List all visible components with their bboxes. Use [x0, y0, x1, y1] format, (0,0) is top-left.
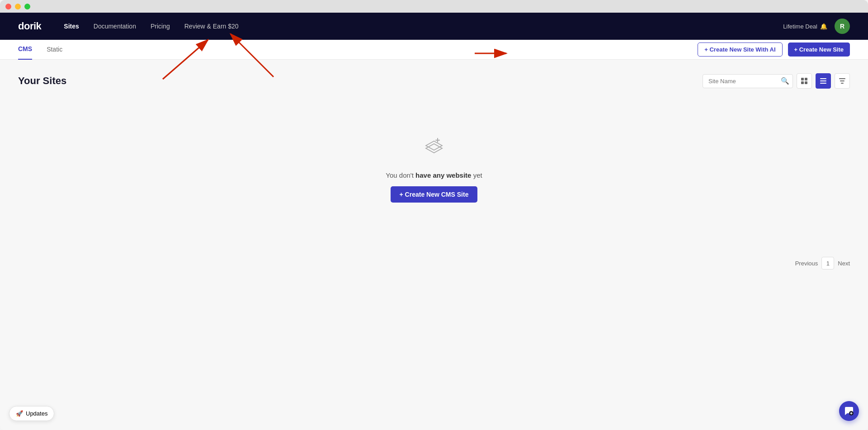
svg-rect-8 [840, 80, 844, 81]
list-view-button[interactable] [816, 73, 831, 89]
create-new-site-ai-button[interactable]: + Create New Site With AI [698, 43, 782, 57]
search-button[interactable]: 🔍 [781, 77, 789, 85]
search-icon: 🔍 [781, 77, 789, 85]
nav-link-sites[interactable]: Sites [64, 23, 79, 30]
pagination: Previous 1 Next [18, 257, 850, 269]
next-page-link[interactable]: Next [838, 260, 850, 267]
svg-rect-1 [805, 78, 807, 80]
chat-widget[interactable] [839, 401, 859, 421]
grid-icon [801, 77, 808, 85]
minimize-button[interactable] [15, 4, 21, 9]
rocket-icon: 🚀 [16, 410, 23, 417]
nav-link-review[interactable]: Review & Earn $20 [184, 23, 239, 30]
nav-links: Sites Documentation Pricing Review & Ear… [64, 23, 765, 30]
close-button[interactable] [5, 4, 11, 9]
svg-rect-7 [839, 78, 845, 79]
svg-rect-0 [801, 78, 804, 80]
filter-button[interactable] [835, 73, 850, 89]
top-nav: dorik Sites Documentation Pricing Review… [0, 13, 868, 40]
empty-icon [421, 134, 447, 164]
sub-nav-buttons: + Create New Site With AI + Create New S… [698, 43, 850, 57]
updates-label: Updates [26, 410, 47, 417]
logo: dorik [18, 20, 41, 32]
tab-cms[interactable]: CMS [18, 40, 32, 60]
sub-nav: CMS Static + Create New Site With AI + C… [0, 40, 868, 60]
tab-static[interactable]: Static [47, 40, 62, 60]
nav-link-documentation[interactable]: Documentation [94, 23, 136, 30]
list-icon [820, 77, 827, 85]
chat-icon [844, 406, 854, 416]
page-number-1[interactable]: 1 [821, 257, 834, 269]
empty-state-text: You don't have any website yet [386, 171, 482, 179]
svg-rect-4 [820, 78, 826, 79]
search-controls: 🔍 [703, 73, 850, 89]
search-input[interactable] [703, 74, 793, 88]
main-content: Your Sites 🔍 [0, 60, 868, 430]
page-title: Your Sites [18, 75, 66, 87]
nav-link-pricing[interactable]: Pricing [151, 23, 170, 30]
avatar[interactable]: R [835, 19, 850, 34]
svg-rect-6 [820, 83, 826, 84]
maximize-button[interactable] [24, 4, 30, 9]
content-header: Your Sites 🔍 [18, 73, 850, 89]
search-box: 🔍 [703, 74, 793, 88]
svg-rect-3 [805, 81, 807, 84]
create-new-site-button[interactable]: + Create New Site [788, 43, 850, 57]
svg-rect-5 [820, 80, 826, 81]
lifetime-deal-label: Lifetime Deal [783, 23, 817, 30]
lifetime-deal-link[interactable]: Lifetime Deal 🔔 [783, 23, 827, 30]
svg-rect-9 [841, 83, 844, 84]
previous-page-link[interactable]: Previous [795, 260, 818, 267]
nav-right: Lifetime Deal 🔔 R [783, 19, 850, 34]
svg-rect-2 [801, 81, 804, 84]
grid-view-button[interactable] [797, 73, 812, 89]
updates-button[interactable]: 🚀 Updates [9, 406, 54, 421]
create-cms-site-button[interactable]: + Create New CMS Site [391, 186, 478, 203]
filter-icon [839, 77, 846, 85]
bell-icon: 🔔 [820, 23, 827, 30]
empty-state: You don't have any website yet + Create … [18, 98, 850, 239]
title-bar [0, 0, 868, 13]
bottom-bar: 🚀 Updates [9, 406, 54, 421]
